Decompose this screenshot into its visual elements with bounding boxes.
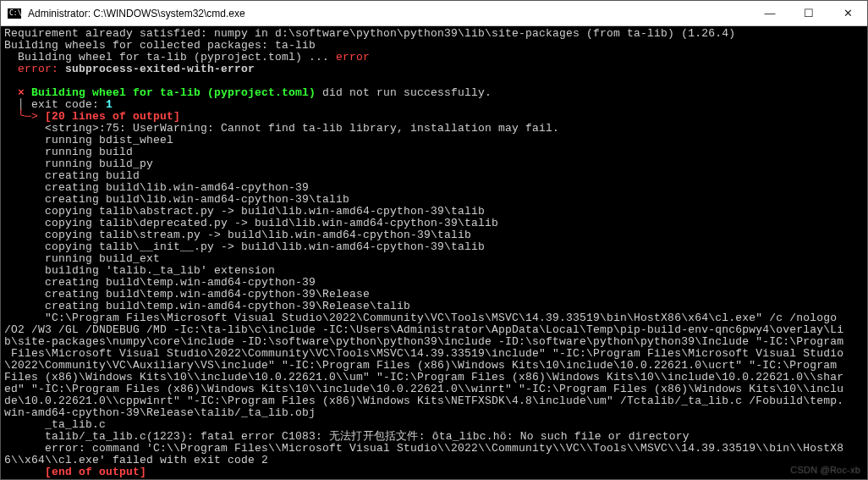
out-line: running bdist_wheel bbox=[4, 134, 173, 146]
minimize-button[interactable]: — bbox=[750, 1, 789, 25]
out-line: <string>:75: UserWarning: Cannot find ta… bbox=[4, 122, 559, 135]
window-title: Administrator: C:\WINDOWS\system32\cmd.e… bbox=[26, 8, 750, 19]
out-line: did not run successfully. bbox=[316, 86, 492, 99]
out-line: copying talib\stream.py -> build\lib.win… bbox=[4, 229, 471, 241]
out-line: creating build\temp.win-amd64-cpython-39… bbox=[4, 288, 370, 301]
exit-code: 1 bbox=[106, 98, 113, 111]
cmd-icon bbox=[8, 8, 21, 19]
close-button[interactable]: ✕ bbox=[828, 1, 867, 25]
output-header: [20 lines of output] bbox=[45, 110, 180, 123]
out-line: copying talib\abstract.py -> build\lib.w… bbox=[4, 205, 485, 218]
out-line: │ exit code: bbox=[4, 98, 106, 111]
maximize-button[interactable]: ☐ bbox=[789, 1, 828, 25]
build-step: Building wheel for ta-lib (pyproject.tom… bbox=[25, 86, 316, 99]
out-line: copying talib\deprecated.py -> build\lib… bbox=[4, 217, 498, 229]
out-line: talib/_ta_lib.c(1223): fatal error C1083… bbox=[4, 430, 689, 443]
out-line: creating build\temp.win-amd64-cpython-39 bbox=[4, 276, 316, 289]
out-line: running build_py bbox=[4, 157, 153, 170]
out-line: "C:\Program Files\Microsoft Visual Studi… bbox=[4, 312, 843, 419]
out-line: error: command 'C:\\Program Files\\Micro… bbox=[4, 442, 843, 466]
cmd-window: Administrator: C:\WINDOWS\system32\cmd.e… bbox=[0, 0, 868, 480]
error-label: error: bbox=[4, 63, 58, 75]
window-controls: — ☐ ✕ bbox=[750, 1, 867, 25]
out-line: creating build\lib.win-amd64-cpython-39 bbox=[4, 181, 309, 194]
out-line: Requirement already satisfied: numpy in … bbox=[4, 27, 735, 40]
out-line: copying talib\__init__.py -> build\lib.w… bbox=[4, 240, 485, 253]
arrow-icon: ╰─> bbox=[4, 110, 45, 123]
out-line: creating build\lib.win-amd64-cpython-39\… bbox=[4, 193, 349, 206]
out-line: creating build\temp.win-amd64-cpython-39… bbox=[4, 300, 410, 312]
out-line: running build bbox=[4, 146, 133, 158]
out-line: building 'talib._ta_lib' extension bbox=[4, 264, 275, 277]
out-line: Building wheel for ta-lib (pyproject.tom… bbox=[4, 51, 336, 63]
out-line: running build_ext bbox=[4, 252, 160, 265]
error-msg: subprocess-exited-with-error bbox=[58, 63, 255, 75]
watermark: CSDN @Roc-xb bbox=[790, 464, 860, 476]
out-line: _ta_lib.c bbox=[4, 418, 106, 431]
error-word: error bbox=[336, 51, 370, 63]
x-icon: × bbox=[4, 86, 25, 99]
titlebar[interactable]: Administrator: C:\WINDOWS\system32\cmd.e… bbox=[1, 1, 867, 26]
end-output: [end of output] bbox=[4, 466, 146, 478]
terminal-output[interactable]: Requirement already satisfied: numpy in … bbox=[1, 26, 867, 479]
out-line: creating build bbox=[4, 169, 140, 182]
out-line: Building wheels for collected packages: … bbox=[4, 39, 316, 52]
